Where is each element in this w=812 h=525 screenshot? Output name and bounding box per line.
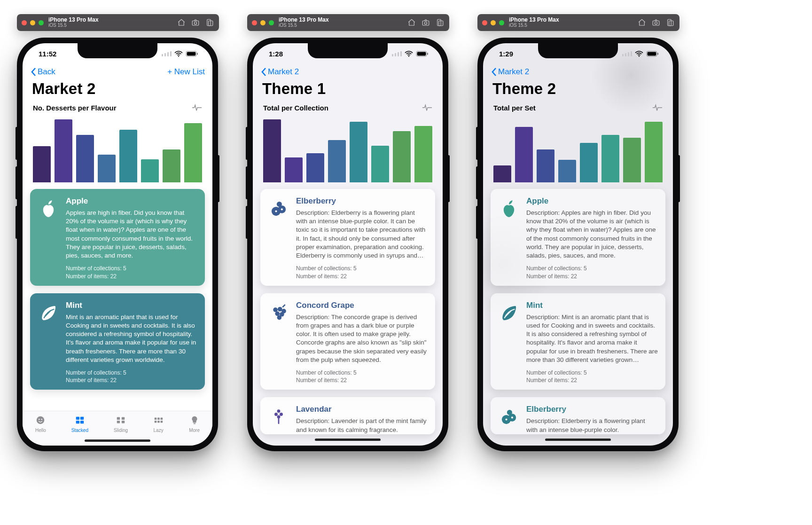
zoom-window[interactable]	[269, 20, 274, 25]
list-card[interactable]: Lavendar Description: Lavender is part o…	[260, 397, 435, 434]
chevron-left-icon	[260, 67, 267, 77]
home-indicator[interactable]	[85, 439, 150, 442]
close-window[interactable]	[482, 20, 487, 25]
chart-bar	[601, 135, 619, 182]
window-controls[interactable]	[252, 20, 274, 25]
tab-hello[interactable]: Hello	[35, 415, 46, 433]
svg-point-60	[507, 410, 512, 415]
page-title: Theme 2	[483, 80, 673, 101]
tab-more[interactable]: More	[189, 415, 200, 433]
device-notch	[538, 43, 618, 58]
nav-bar: Market 2	[483, 64, 673, 80]
minimize-window[interactable]	[30, 20, 35, 25]
sim-rotate-icon[interactable]	[435, 18, 445, 27]
signal-icon	[392, 51, 402, 56]
close-window[interactable]	[252, 20, 257, 25]
status-time: 1:29	[499, 50, 513, 58]
card-list[interactable]: Apple Description: Apples are high in fi…	[483, 182, 673, 446]
pulse-icon[interactable]	[192, 103, 202, 112]
window-controls[interactable]	[482, 20, 504, 25]
back-button[interactable]: Market 2	[260, 67, 299, 77]
list-card[interactable]: Apple Description: Apples are high in fi…	[491, 189, 665, 286]
sim-rotate-icon[interactable]	[665, 18, 675, 27]
list-card[interactable]: Concord Grape Description: The concorde …	[260, 293, 435, 390]
back-button[interactable]: Back	[30, 67, 55, 77]
stacked-icon	[75, 415, 85, 426]
sim-screenshot-icon[interactable]	[421, 18, 430, 27]
tab-label: More	[189, 428, 200, 433]
list-card[interactable]: Mint Description: Mint is an aromatic pl…	[491, 293, 665, 390]
new-list-button[interactable]: + New List	[167, 67, 205, 77]
tab-stacked[interactable]: Stacked	[71, 415, 88, 433]
zoom-window[interactable]	[39, 20, 44, 25]
wifi-icon	[174, 51, 183, 57]
tab-lazy[interactable]: Lazy	[153, 415, 164, 433]
card-description: Apples are high in fiber. Did you know t…	[66, 209, 197, 260]
section-title: Total per Set	[493, 104, 536, 112]
card-title: Lavendar	[296, 405, 428, 414]
simulator-titlebar: iPhone 13 Pro Max iOS 15.5	[17, 14, 219, 31]
card-description: Description: Apples are high in fiber. D…	[526, 209, 658, 260]
svg-rect-6	[187, 52, 196, 55]
list-card[interactable]: Elberberry Description: Elderberry is a …	[260, 189, 435, 286]
device-screen: 1:29 Market 2 Theme 2 Total per Set	[483, 43, 673, 446]
sim-rotate-icon[interactable]	[205, 18, 214, 27]
grid2-icon	[116, 415, 126, 426]
leaf-icon	[37, 301, 60, 384]
chart-bar	[55, 119, 72, 182]
svg-rect-16	[122, 417, 125, 420]
sim-os: iOS 15.5	[279, 23, 329, 28]
tab-sliding[interactable]: Sliding	[114, 415, 128, 433]
tab-label: Hello	[35, 428, 46, 433]
svg-point-39	[273, 307, 278, 312]
card-meta: Number of collections: 5Number of items:…	[296, 369, 428, 384]
battery-icon	[646, 51, 659, 57]
battery-icon	[186, 51, 198, 57]
svg-rect-17	[117, 421, 120, 423]
card-list[interactable]: Elberberry Description: Elderberry is a …	[253, 182, 443, 446]
svg-point-47	[280, 413, 283, 416]
card-meta: Number of collections: 5Number of items:…	[296, 265, 428, 280]
bar-chart	[253, 112, 443, 182]
chart-bar	[76, 135, 94, 182]
simulator-titlebar: iPhone 13 Pro Max iOS 15.5	[247, 14, 449, 31]
section-title: No. Desserts per Flavour	[33, 104, 117, 112]
list-card[interactable]: Elberberry Description: Elderberry is a …	[491, 397, 665, 434]
card-list[interactable]: Apple Apples are high in fiber. Did you …	[23, 182, 212, 411]
svg-point-44	[277, 315, 282, 320]
sim-screenshot-icon[interactable]	[651, 18, 661, 27]
nav-bar: Back + New List	[23, 64, 212, 80]
list-card[interactable]: Apple Apples are high in fiber. Did you …	[30, 189, 205, 286]
chart-bar	[306, 153, 324, 182]
zoom-window[interactable]	[499, 20, 504, 25]
bar-chart	[23, 112, 212, 182]
pulse-icon[interactable]	[652, 103, 663, 112]
home-indicator[interactable]	[315, 439, 381, 441]
back-button[interactable]: Market 2	[491, 67, 529, 77]
chart-bar	[493, 165, 511, 182]
svg-point-9	[39, 419, 39, 420]
berries-icon	[267, 196, 290, 280]
minimize-window[interactable]	[260, 20, 265, 25]
close-window[interactable]	[22, 20, 27, 25]
tab-label: Sliding	[114, 428, 128, 433]
battery-icon	[416, 51, 429, 57]
home-indicator[interactable]	[545, 439, 611, 441]
chart-bar	[645, 122, 663, 182]
svg-point-54	[639, 55, 640, 56]
smile-icon	[35, 415, 46, 426]
svg-rect-11	[76, 417, 79, 420]
list-card[interactable]: Mint Mint is an aromatic plant that is u…	[30, 293, 205, 390]
sim-home-icon[interactable]	[177, 18, 186, 27]
minimize-window[interactable]	[491, 20, 496, 25]
window-controls[interactable]	[22, 20, 44, 25]
card-title: Elberberry	[296, 196, 428, 206]
pulse-icon[interactable]	[422, 103, 432, 112]
sim-home-icon[interactable]	[637, 18, 647, 27]
apple-icon	[37, 196, 60, 280]
signal-icon	[162, 51, 172, 56]
svg-point-1	[194, 22, 196, 24]
sim-screenshot-icon[interactable]	[191, 18, 200, 27]
sim-home-icon[interactable]	[407, 18, 416, 27]
chart-bar	[371, 146, 389, 182]
